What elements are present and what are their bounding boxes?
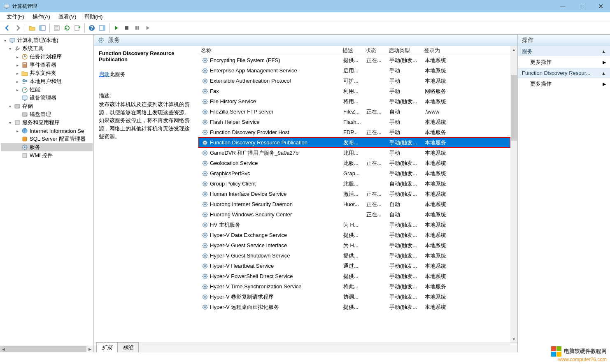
service-row[interactable]: Hyper-V Data Exchange Service提供...手动(触发.… <box>198 230 510 240</box>
service-row[interactable]: HV 主机服务为 H...手动(触发...本地系统 <box>198 220 510 230</box>
service-row[interactable]: Extensible Authentication Protocol可扩...手… <box>198 76 510 86</box>
forward-button[interactable] <box>13 23 23 33</box>
service-row[interactable]: Hyper-V PowerShell Direct Service提供...手动… <box>198 271 510 281</box>
show-hide-tree-button[interactable] <box>37 23 47 33</box>
list-vscrollbar[interactable]: ▲ ▼ <box>510 46 517 343</box>
actions-section-selected[interactable]: Function Discovery Resour... ▲ <box>518 68 610 78</box>
service-logon: 本地系统 <box>422 251 459 260</box>
tree-sql[interactable]: SQL Server 配置管理器 <box>1 135 93 143</box>
help-button[interactable]: ? <box>87 23 97 33</box>
service-row[interactable]: Flash Helper ServiceFlash...手动本地系统 <box>198 117 510 127</box>
service-row[interactable]: Human Interface Device Service激活...正在...… <box>198 189 510 199</box>
service-row[interactable]: GraphicsPerfSvcGrap...手动(触发...本地系统 <box>198 168 510 179</box>
tree-iis[interactable]: ▸Internet Information Se <box>1 127 93 135</box>
menu-help[interactable]: 帮助(H) <box>80 12 107 21</box>
tree-device-manager[interactable]: 设备管理器 <box>1 94 93 102</box>
tree-services-apps-label: 服务和应用程序 <box>22 119 60 126</box>
start-service-button[interactable] <box>112 23 121 33</box>
service-row[interactable]: Fax利用...手动网络服务 <box>198 86 510 96</box>
tree-shared-folders[interactable]: ▸共享文件夹 <box>1 69 93 77</box>
chevron-right-icon: ▶ <box>603 81 606 87</box>
stop-service-button[interactable] <box>122 23 132 33</box>
service-row[interactable]: Group Policy Client此服...自动(触发...本地系统 <box>198 179 510 189</box>
tree-wmi[interactable]: WMI 控件 <box>1 151 93 160</box>
service-startup: 手动(触发... <box>387 282 422 291</box>
tree-system-tools[interactable]: ▾系统工具 <box>1 44 93 53</box>
start-service-link[interactable]: 启动 <box>99 71 109 77</box>
tree-performance[interactable]: ▸性能 <box>1 86 93 94</box>
service-row[interactable]: Function Discovery Provider HostFDP...正在… <box>198 127 510 137</box>
service-name: Human Interface Device Service <box>210 191 286 197</box>
show-hide-action-button[interactable] <box>97 23 107 33</box>
scroll-thumb[interactable] <box>511 75 517 141</box>
service-startup: 手动(触发... <box>387 251 422 260</box>
center-title: 服务 <box>108 36 120 44</box>
service-row[interactable]: FileZilla Server FTP serverFileZ...正在...… <box>198 107 510 117</box>
menu-action[interactable]: 操作(A) <box>28 12 54 21</box>
service-desc: 提供... <box>341 251 364 260</box>
service-state <box>364 296 387 298</box>
tree-event-viewer[interactable]: ▸事件查看器 <box>1 61 93 69</box>
scroll-right-icon[interactable]: ▶ <box>86 345 93 352</box>
back-button[interactable] <box>2 23 12 33</box>
tab-standard[interactable]: 标准 <box>117 342 139 352</box>
col-desc[interactable]: 描述 <box>340 46 363 55</box>
gear-icon <box>202 119 208 125</box>
minimize-button[interactable]: — <box>553 0 572 12</box>
scroll-left-icon[interactable]: ◀ <box>0 345 7 352</box>
actions-more-2[interactable]: 更多操作 ▶ <box>518 78 610 90</box>
service-row[interactable]: Hyper-V Guest Shutdown Service提供...手动(触发… <box>198 250 510 261</box>
tree-local-users[interactable]: ▸本地用户和组 <box>1 77 93 86</box>
service-row[interactable]: Function Discovery Resource Publication发… <box>198 137 510 148</box>
tree-pane: ▾计算机管理(本地) ▾系统工具 ▸任务计划程序 ▸事件查看器 ▸共享文件夹 ▸… <box>0 35 94 352</box>
tree-services[interactable]: 服务 <box>1 143 93 151</box>
col-logon[interactable]: 登录为 <box>421 46 459 55</box>
tree-task-scheduler[interactable]: ▸任务计划程序 <box>1 53 93 61</box>
tab-extended[interactable]: 扩展 <box>96 342 118 352</box>
menu-file[interactable]: 文件(F) <box>2 12 28 21</box>
tree-root[interactable]: ▾计算机管理(本地) <box>1 36 93 44</box>
tree-hscrollbar[interactable]: ◀ ▶ <box>0 345 93 352</box>
service-row[interactable]: Geolocation Service此服...正在...手动(触发...本地系… <box>198 158 510 168</box>
scroll-up-icon[interactable]: ▲ <box>510 46 517 53</box>
col-name[interactable]: 名称 <box>198 46 340 55</box>
tree-services-apps[interactable]: ▾服务和应用程序 <box>1 118 93 127</box>
menu-view[interactable]: 查看(V) <box>54 12 80 21</box>
tree-storage[interactable]: ▾存储 <box>1 102 93 110</box>
service-name: FileZilla Server FTP server <box>210 109 273 115</box>
pause-service-button[interactable] <box>132 23 142 33</box>
service-row[interactable]: GameDVR 和广播用户服务_9a0a27b此用...手动本地系统 <box>198 148 510 158</box>
actions-section-services[interactable]: 服务 ▲ <box>518 46 610 56</box>
up-button[interactable] <box>27 23 37 33</box>
tree-disk-management[interactable]: 磁盘管理 <box>1 110 93 118</box>
service-row[interactable]: Huorong Internet Security DaemonHuor...正… <box>198 199 510 209</box>
close-button[interactable]: ✕ <box>591 0 610 12</box>
properties-button[interactable] <box>52 23 62 33</box>
refresh-button[interactable] <box>62 23 72 33</box>
service-startup: 自动 <box>387 107 422 116</box>
service-row[interactable]: Hyper-V Heartbeat Service通过...手动(触发...本地… <box>198 261 510 271</box>
service-row[interactable]: File History Service将用...手动(触发...本地系统 <box>198 96 510 107</box>
service-state <box>364 276 387 277</box>
actions-more-1[interactable]: 更多操作 ▶ <box>518 56 610 68</box>
export-button[interactable] <box>72 23 82 33</box>
service-desc <box>341 214 364 216</box>
service-row[interactable]: Huorong Windows Security Center正在...自动本地… <box>198 209 510 220</box>
service-row[interactable]: Enterprise App Management Service启用...手动… <box>198 65 510 76</box>
center-pane: 服务 Function Discovery Resource Publicati… <box>94 35 518 352</box>
scroll-down-icon[interactable]: ▼ <box>510 336 517 343</box>
service-startup: 手动(触发... <box>387 262 422 271</box>
service-row[interactable]: Encrypting File System (EFS)提供...正在...手动… <box>198 55 510 65</box>
service-row[interactable]: Hyper-V 远程桌面虚拟化服务提供...手动(触发...本地系统 <box>198 302 510 312</box>
service-row[interactable]: Hyper-V 卷影复制请求程序协调...手动(触发...本地系统 <box>198 292 510 302</box>
actions-pane: 操作 服务 ▲ 更多操作 ▶ Function Discovery Resour… <box>518 35 610 352</box>
restart-service-button[interactable] <box>142 23 152 33</box>
maximize-button[interactable]: □ <box>572 0 591 12</box>
gear-icon <box>202 78 208 84</box>
col-startup[interactable]: 启动类型 <box>386 46 421 55</box>
col-state[interactable]: 状态 <box>363 46 386 55</box>
chevron-up-icon: ▲ <box>601 71 606 76</box>
service-row[interactable]: Hyper-V Time Synchronization Service将此..… <box>198 281 510 292</box>
scroll-thumb[interactable] <box>0 346 86 352</box>
service-row[interactable]: Hyper-V Guest Service Interface为 H...手动(… <box>198 240 510 250</box>
